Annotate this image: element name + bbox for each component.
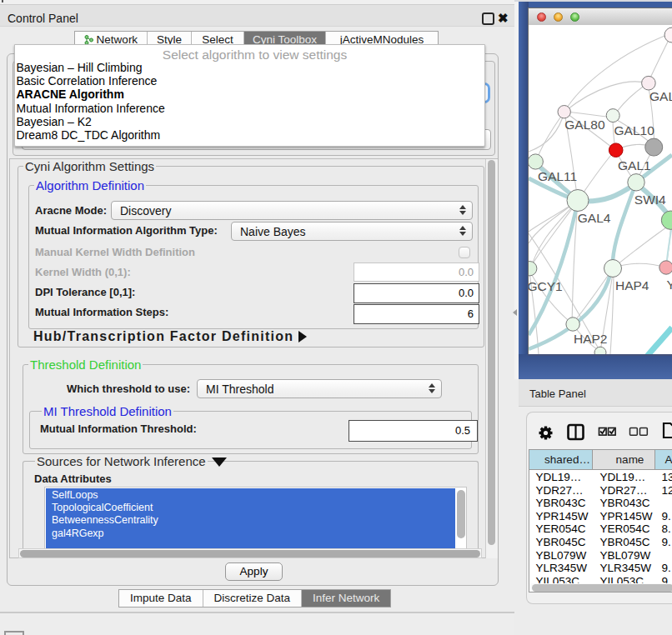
svg-text:GAL10: GAL10: [614, 123, 655, 138]
svg-text:SWI4: SWI4: [634, 192, 666, 207]
svg-text:GAL4: GAL4: [578, 211, 611, 225]
svg-text:GAL11: GAL11: [538, 169, 577, 183]
svg-text:GAL80: GAL80: [564, 118, 605, 132]
svg-text:GAL1: GAL1: [618, 158, 651, 172]
svg-text:GAL: GAL: [649, 89, 672, 103]
svg-text:HAP2: HAP2: [574, 332, 608, 346]
svg-text:GCY1: GCY1: [529, 279, 563, 293]
svg-text:Y: Y: [667, 278, 672, 292]
svg-text:HAP4: HAP4: [615, 278, 649, 292]
